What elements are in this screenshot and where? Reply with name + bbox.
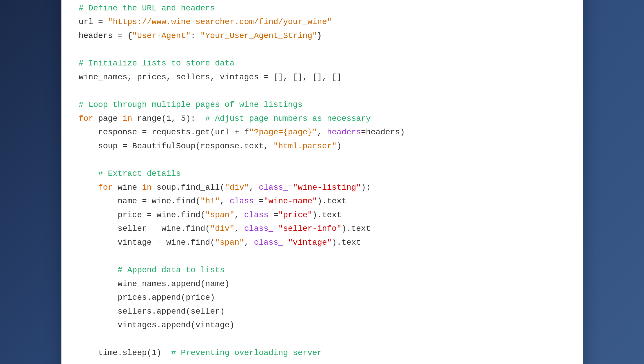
code-token: ).text <box>332 238 361 247</box>
code-line: # Initialize lists to store data <box>79 56 565 70</box>
code-line <box>79 360 565 364</box>
code-token: range(1, 5): <box>132 114 205 123</box>
code-token: , <box>249 183 259 192</box>
code-line: # Define the URL and headers <box>79 1 565 15</box>
code-line <box>79 84 565 98</box>
code-token: = <box>259 197 264 206</box>
code-token: # Define the URL and headers <box>79 4 215 13</box>
code-line <box>79 249 565 263</box>
code-token: "html.parser" <box>273 142 337 151</box>
code-line: soup = BeautifulSoup(response.text, "htm… <box>79 139 565 153</box>
code-token: wine_names, prices, sellers, vintages = … <box>79 73 342 82</box>
code-token: # Initialize lists to store data <box>79 59 235 68</box>
code-token: in <box>123 114 132 123</box>
code-line: url = "https://www.wine-searcher.com/fin… <box>79 15 565 29</box>
code-token: class_ <box>259 183 288 192</box>
code-token: ).text <box>342 224 371 233</box>
code-token: wine <box>113 183 142 192</box>
code-token: "User-Agent" <box>132 31 191 40</box>
code-token: = <box>283 238 288 247</box>
code-line: for wine in soup.find_all("div", class_=… <box>79 181 565 195</box>
code-line <box>79 43 565 57</box>
code-token: "seller-info" <box>278 224 341 233</box>
code-line: seller = wine.find("div", class_="seller… <box>79 222 565 236</box>
code-token: for <box>79 114 93 123</box>
code-token <box>79 183 98 192</box>
code-token: "span" <box>205 211 234 220</box>
code-token: # Append data to lists <box>118 266 225 275</box>
code-token: = <box>288 183 293 192</box>
code-token: "div" <box>210 224 234 233</box>
code-token: # Adjust page numbers as necessary <box>205 114 371 123</box>
code-line: time.sleep(1) # Preventing overloading s… <box>79 346 565 360</box>
code-token: ).text <box>312 211 342 220</box>
code-token: seller = wine.find( <box>79 224 210 233</box>
code-block: import requestsfrom bs4 import Beautiful… <box>79 0 565 364</box>
code-token: class_ <box>254 238 283 247</box>
code-token: "span" <box>215 238 244 247</box>
code-token: class_ <box>229 197 259 206</box>
code-token: # Extract details <box>98 169 181 178</box>
code-token: vintage = wine.find( <box>79 238 215 247</box>
code-token: "https://www.wine-searcher.com/find/your… <box>108 17 332 26</box>
code-line: headers = {"User-Agent": "Your_User_Agen… <box>79 29 565 43</box>
code-line: response = requests.get(url + f"?page={p… <box>79 125 565 139</box>
code-line: # Extract details <box>79 167 565 181</box>
code-token: price = wine.find( <box>79 211 205 220</box>
code-token: class_ <box>244 211 273 220</box>
code-token: : <box>191 31 200 40</box>
code-token: , <box>234 211 244 220</box>
code-line: prices.append(price) <box>79 291 565 305</box>
code-token: } <box>317 31 322 40</box>
code-token: soup.find_all( <box>152 183 225 192</box>
code-line: for page in range(1, 5): # Adjust page n… <box>79 112 565 126</box>
code-token: time.sleep(1) <box>79 348 171 357</box>
code-line: # Loop through multiple pages of wine li… <box>79 98 565 112</box>
code-token: = <box>273 211 278 220</box>
code-token: "wine-name" <box>264 197 317 206</box>
code-token: "div" <box>225 183 249 192</box>
code-token: , <box>317 128 327 137</box>
code-token: # Loop through multiple pages of wine li… <box>79 100 303 109</box>
code-token: ): <box>361 183 371 192</box>
code-token: "Your_User_Agent_String" <box>200 31 317 40</box>
code-token: headers = { <box>79 31 132 40</box>
code-token: soup = BeautifulSoup(response.text, <box>79 142 273 151</box>
code-token: in <box>142 183 152 192</box>
code-token: response = requests.get(url + f <box>79 128 249 137</box>
code-line: name = wine.find("h1", class_="wine-name… <box>79 194 565 208</box>
code-token: sellers.append(seller) <box>79 307 225 316</box>
code-token: page <box>93 114 123 123</box>
code-token: wine_names.append(name) <box>79 279 230 288</box>
code-token: class_ <box>244 224 273 233</box>
code-line: sellers.append(seller) <box>79 305 565 319</box>
code-token: url = <box>79 17 108 26</box>
code-line: price = wine.find("span", class_="price"… <box>79 208 565 222</box>
code-line: wine_names, prices, sellers, vintages = … <box>79 70 565 84</box>
code-token: , <box>234 224 244 233</box>
code-token <box>79 169 98 178</box>
code-window: import requestsfrom bs4 import Beautiful… <box>61 0 583 364</box>
code-token: prices.append(price) <box>79 293 215 302</box>
code-line: vintage = wine.find("span", class_="vint… <box>79 236 565 250</box>
code-token <box>79 266 118 275</box>
code-token: headers <box>327 128 361 137</box>
code-token: name = wine.find( <box>79 197 200 206</box>
code-token: ) <box>337 142 342 151</box>
code-line: wine_names.append(name) <box>79 277 565 291</box>
code-line <box>79 153 565 167</box>
code-token: "h1" <box>200 197 220 206</box>
code-token: ).text <box>317 197 346 206</box>
code-token: , <box>244 238 254 247</box>
code-line <box>79 332 565 346</box>
code-token: # Preventing overloading server <box>171 348 322 357</box>
code-token: for <box>98 183 113 192</box>
code-token: =headers) <box>361 128 405 137</box>
code-line: vintages.append(vintage) <box>79 318 565 332</box>
code-token: "?page={page}" <box>249 128 317 137</box>
code-token: "price" <box>278 211 312 220</box>
code-token: , <box>220 197 230 206</box>
code-token: "wine-listing" <box>293 183 361 192</box>
code-token: vintages.append(vintage) <box>79 321 235 330</box>
code-line: # Append data to lists <box>79 263 565 277</box>
